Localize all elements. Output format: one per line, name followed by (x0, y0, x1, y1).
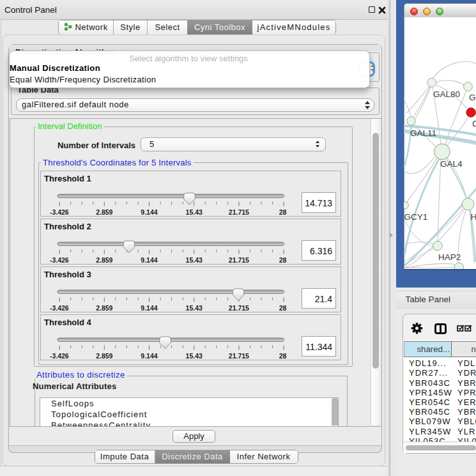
svg-text:2.859: 2.859 (96, 256, 112, 263)
svg-text:-3.426: -3.426 (50, 303, 69, 311)
svg-text:2.859: 2.859 (96, 303, 112, 311)
svg-text:-3.426: -3.426 (50, 208, 69, 215)
svg-text:15.43: 15.43 (186, 208, 203, 215)
svg-text:GAL80: GAL80 (433, 89, 460, 99)
svg-text:HAP2: HAP2 (438, 252, 461, 262)
svg-text:15.43: 15.43 (186, 351, 203, 359)
svg-text:28: 28 (279, 208, 287, 215)
svg-text:9.144: 9.144 (141, 256, 157, 263)
svg-text:9.144: 9.144 (141, 303, 157, 311)
svg-text:21.715: 21.715 (229, 351, 249, 359)
svg-text:28: 28 (279, 256, 287, 263)
svg-text:H: H (470, 212, 476, 222)
svg-text:21.715: 21.715 (229, 208, 249, 215)
svg-text:2.859: 2.859 (96, 208, 112, 215)
svg-text:-3.426: -3.426 (50, 256, 69, 263)
svg-text:GAL4: GAL4 (440, 159, 463, 169)
svg-text:9.144: 9.144 (141, 208, 157, 215)
svg-text:GAL11: GAL11 (410, 128, 436, 138)
svg-text:28: 28 (279, 351, 287, 359)
svg-text:-3.426: -3.426 (50, 351, 69, 359)
svg-text:G...: G... (469, 93, 476, 102)
svg-text:2.859: 2.859 (96, 351, 112, 359)
svg-text:28: 28 (279, 303, 287, 311)
svg-text:15.43: 15.43 (186, 256, 203, 263)
svg-text:9.144: 9.144 (141, 351, 157, 359)
svg-text:21.715: 21.715 (229, 303, 249, 311)
svg-text:C: C (472, 119, 476, 128)
svg-text:21.715: 21.715 (229, 256, 249, 263)
svg-text:15.43: 15.43 (186, 303, 203, 311)
svg-text:GCY1: GCY1 (404, 212, 427, 222)
